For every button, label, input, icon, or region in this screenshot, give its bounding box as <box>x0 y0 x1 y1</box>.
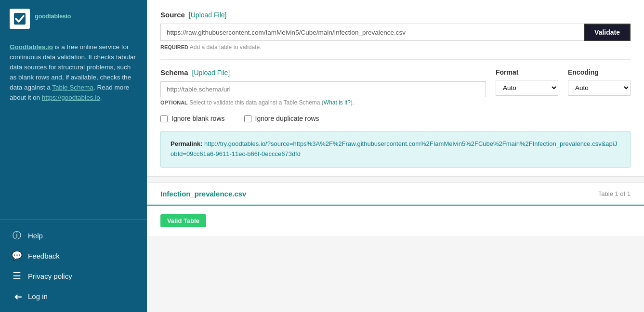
format-section: Format Auto <box>496 68 558 96</box>
sidebar: goodtablesio Goodtables.io is a free onl… <box>0 0 147 312</box>
nav-privacy-label: Privacy policy <box>28 272 72 280</box>
encoding-section: Encoding Auto <box>568 68 631 96</box>
logo-icon <box>10 9 30 29</box>
valid-badge: Valid Table <box>160 214 206 227</box>
source-label: Source <box>160 11 185 19</box>
ignore-blank-rows-text: Ignore blank rows <box>171 115 225 122</box>
permalink-box: Permalink: http://try.goodtables.io/?sou… <box>160 131 631 168</box>
sidebar-item-feedback[interactable]: 💬 Feedback <box>0 246 147 266</box>
encoding-select[interactable]: Auto <box>568 80 631 96</box>
ignore-duplicate-rows-label[interactable]: Ignore duplicate rows <box>244 115 319 122</box>
privacy-icon: ☰ <box>12 271 22 281</box>
format-select[interactable]: Auto <box>496 80 558 96</box>
main-content: Source [Upload File] Validate REQUIRED A… <box>147 0 644 312</box>
nav-help-label: Help <box>28 232 43 240</box>
required-note: REQUIRED Add a data table to validate. <box>160 44 631 51</box>
goodtables-link[interactable]: Goodtables.io <box>10 43 53 51</box>
feedback-icon: 💬 <box>12 250 22 261</box>
source-input-row: Validate <box>160 24 631 41</box>
ignore-blank-rows-checkbox[interactable] <box>160 115 168 122</box>
schema-input[interactable] <box>160 81 486 97</box>
sidebar-item-login[interactable]: ➔ Log in <box>0 286 147 306</box>
ignore-duplicate-rows-checkbox[interactable] <box>244 115 251 122</box>
schema-upload-link[interactable]: [Upload File] <box>192 69 230 77</box>
permalink-label: Permalink: <box>171 140 202 147</box>
result-header: Infection_prevalence.csv Table 1 of 1 <box>147 183 644 206</box>
schema-note: OPTIONAL Select to validate this data ag… <box>160 99 486 106</box>
ignore-duplicate-rows-text: Ignore duplicate rows <box>255 115 319 122</box>
encoding-label: Encoding <box>568 68 631 76</box>
source-row: Source [Upload File] <box>160 11 631 19</box>
result-body: Valid Table <box>147 206 644 236</box>
ignore-blank-rows-label[interactable]: Ignore blank rows <box>160 115 225 122</box>
source-upload-link[interactable]: [Upload File] <box>189 11 227 19</box>
table-schema-link[interactable]: Table Schema <box>52 84 93 91</box>
sidebar-item-help[interactable]: ⓘ Help <box>0 225 147 246</box>
nav-feedback-label: Feedback <box>28 252 60 260</box>
sidebar-nav: ⓘ Help 💬 Feedback ☰ Privacy policy ➔ Log… <box>0 219 147 312</box>
result-table-info: Table 1 of 1 <box>598 190 631 197</box>
logo-name: goodtables <box>35 13 66 20</box>
permalink-url[interactable]: http://try.goodtables.io/?source=https%3… <box>171 140 617 157</box>
nav-login-label: Log in <box>28 292 48 300</box>
sidebar-item-privacy[interactable]: ☰ Privacy policy <box>0 266 147 286</box>
validate-button[interactable]: Validate <box>584 24 631 41</box>
sidebar-description: Goodtables.io is a free online service f… <box>0 38 147 113</box>
schema-label: Schema <box>160 68 188 77</box>
sidebar-logo: goodtablesio <box>0 0 147 38</box>
info-icon: ⓘ <box>12 230 22 241</box>
results-section: Infection_prevalence.csv Table 1 of 1 Va… <box>147 182 644 236</box>
what-is-it-link[interactable]: What is it? <box>324 99 351 106</box>
result-file-name[interactable]: Infection_prevalence.csv <box>160 190 246 198</box>
schema-row: Schema [Upload File] <box>160 68 486 77</box>
goodtables-url-link[interactable]: https://goodtables.io <box>42 94 100 101</box>
logo-text: goodtablesio <box>35 13 71 25</box>
format-label: Format <box>496 68 558 76</box>
logo-suffix: io <box>66 13 71 20</box>
checkboxes-row: Ignore blank rows Ignore duplicate rows <box>160 115 631 122</box>
login-icon: ➔ <box>12 291 22 301</box>
source-input[interactable] <box>160 24 584 41</box>
schema-section: Schema [Upload File] OPTIONAL Select to … <box>160 68 486 106</box>
validation-panel: Source [Upload File] Validate REQUIRED A… <box>147 0 644 177</box>
